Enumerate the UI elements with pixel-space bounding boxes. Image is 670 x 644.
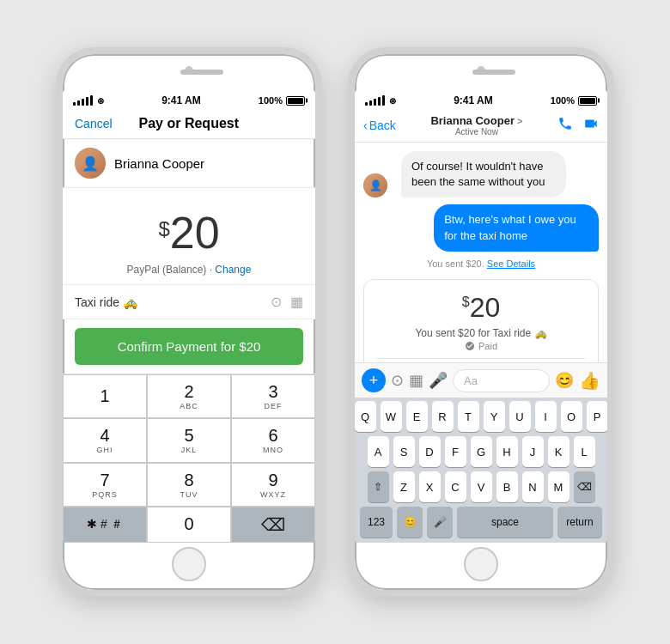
kb-b[interactable]: B [496, 471, 518, 502]
cancel-button[interactable]: Cancel [75, 117, 113, 131]
emoji-icon-chat[interactable]: 😊 [555, 371, 574, 390]
kb-x[interactable]: X [419, 471, 441, 502]
numpad-key-0[interactable]: 0 [147, 507, 231, 543]
chat-text-input[interactable]: Aa [453, 369, 550, 392]
see-details-link-inline[interactable]: See Details [487, 258, 535, 269]
image-icon-chat[interactable]: ▦ [409, 371, 423, 390]
call-icon[interactable] [557, 116, 573, 135]
kb-d[interactable]: D [419, 436, 441, 467]
kb-mic[interactable]: 🎤 [427, 507, 453, 538]
gif-icon-note[interactable]: ▦ [290, 294, 303, 310]
kb-t[interactable]: T [458, 401, 479, 432]
right-phone: ⊛ 9:41 AM 100% ‹ Back Brianna Cooper [348, 47, 614, 597]
numpad-key-2[interactable]: 2 ABC [147, 374, 231, 418]
numpad-key-1[interactable]: 1 [63, 374, 147, 418]
camera-icon-note[interactable]: ⊙ [271, 294, 282, 310]
right-screen: ⊛ 9:41 AM 100% ‹ Back Brianna Cooper [355, 90, 607, 543]
sender-avatar-img: 👤 [363, 173, 387, 197]
payment-method: PayPal (Balance) · Change [127, 264, 252, 276]
kb-r[interactable]: R [432, 401, 454, 432]
left-screen: ⊛ 9:41 AM 100% Cancel Pay or Request 👤 B… [63, 90, 315, 543]
battery-fill-right [580, 98, 595, 104]
chat-area: 👤 Of course! It wouldn't have been the s… [355, 143, 607, 362]
home-button-left[interactable] [172, 547, 206, 581]
contact-name-right: Brianna Cooper > [430, 114, 522, 127]
numpad-key-5[interactable]: 5 JKL [147, 418, 231, 462]
home-button-right[interactable] [464, 547, 498, 581]
avatar-image-left: 👤 [75, 148, 106, 179]
kb-v[interactable]: V [471, 471, 492, 502]
kb-c[interactable]: C [445, 471, 466, 502]
payment-card: $20 You sent $20 for Taxi ride 🚕 Paid Se… [363, 279, 599, 362]
kb-p[interactable]: P [587, 401, 608, 432]
plus-button[interactable]: + [362, 368, 386, 392]
confirm-payment-button[interactable]: Confirm Payment for $20 [75, 328, 303, 365]
kb-row-1: Q W E R T Y U I O P [356, 401, 606, 432]
kb-q[interactable]: Q [355, 401, 376, 432]
sender-avatar: 👤 [363, 173, 387, 197]
kb-shift[interactable]: ⇧ [368, 471, 389, 502]
battery-area-right: 100% [551, 95, 597, 106]
kb-i[interactable]: I [535, 401, 557, 432]
note-icons: ⊙ ▦ [271, 294, 303, 310]
numpad: 1 2 ABC 3 DEF 4 GHI 5 JKL 6 MNO [63, 374, 315, 543]
back-button[interactable]: ‹ Back [363, 118, 396, 132]
numpad-key-4[interactable]: 4 GHI [63, 418, 147, 462]
keyboard: Q W E R T Y U I O P A S D F G H J K L [355, 398, 607, 543]
kb-l[interactable]: L [574, 436, 595, 467]
kb-delete[interactable]: ⌫ [574, 471, 595, 502]
kb-k[interactable]: K [548, 436, 570, 467]
signal-left: ⊛ [73, 95, 104, 106]
signal-right: ⊛ [365, 95, 396, 106]
kb-j[interactable]: J [522, 436, 544, 467]
numpad-key-3[interactable]: 3 DEF [231, 374, 315, 418]
kb-h[interactable]: H [496, 436, 518, 467]
amount-display: $ 20 [158, 207, 219, 258]
back-chevron-icon: ‹ [363, 118, 368, 132]
speaker-right [472, 70, 515, 75]
numpad-key-8[interactable]: 8 TUV [147, 463, 231, 507]
kb-123[interactable]: 123 [360, 507, 393, 538]
contact-name-left: Brianna Cooper [114, 156, 204, 171]
kb-o[interactable]: O [561, 401, 582, 432]
contact-name-text: Brianna Cooper [430, 114, 515, 127]
mic-icon-chat[interactable]: 🎤 [429, 371, 448, 390]
kb-u[interactable]: U [509, 401, 531, 432]
numpad-key-delete[interactable]: ⌫ [231, 507, 315, 543]
kb-z[interactable]: Z [393, 471, 415, 502]
payment-description: You sent $20 for Taxi ride 🚕 [376, 327, 586, 339]
kb-a[interactable]: A [368, 436, 389, 467]
kb-y[interactable]: Y [484, 401, 505, 432]
kb-g[interactable]: G [471, 436, 492, 467]
kb-space[interactable]: space [457, 507, 553, 538]
kb-m[interactable]: M [548, 471, 570, 502]
amount-section: $ 20 PayPal (Balance) · Change [63, 188, 315, 284]
like-button-chat[interactable]: 👍 [579, 370, 600, 391]
message-received-1: 👤 Of course! It wouldn't have been the s… [363, 151, 599, 197]
kb-w[interactable]: W [381, 401, 402, 432]
payment-dollar-sign: $ [462, 295, 470, 309]
payment-paid-status: Paid [376, 341, 586, 351]
header-icons [557, 116, 599, 135]
speaker [180, 70, 223, 75]
numpad-key-special[interactable]: ✱ # ＃ [63, 507, 147, 543]
battery-pct-left: 100% [259, 95, 283, 106]
payment-card-amount: $20 [376, 292, 586, 324]
amount-value: 20 [170, 207, 220, 258]
change-link[interactable]: Change [215, 264, 251, 276]
kb-emoji[interactable]: 😊 [397, 507, 423, 538]
numpad-key-6[interactable]: 6 MNO [231, 418, 315, 462]
kb-s[interactable]: S [393, 436, 415, 467]
kb-f[interactable]: F [445, 436, 466, 467]
received-bubble-1: Of course! It wouldn't have been the sam… [401, 151, 566, 197]
camera-icon-chat[interactable]: ⊙ [391, 371, 404, 390]
kb-return[interactable]: return [557, 507, 602, 538]
kb-n[interactable]: N [522, 471, 544, 502]
numpad-key-9[interactable]: 9 WXYZ [231, 463, 315, 507]
numpad-key-7[interactable]: 7 PQRS [63, 463, 147, 507]
back-label: Back [369, 118, 396, 132]
kb-row-3: ⇧ Z X C V B N M ⌫ [356, 471, 606, 502]
status-bar-right: ⊛ 9:41 AM 100% [355, 90, 607, 109]
kb-e[interactable]: E [406, 401, 428, 432]
video-icon[interactable] [583, 116, 599, 135]
